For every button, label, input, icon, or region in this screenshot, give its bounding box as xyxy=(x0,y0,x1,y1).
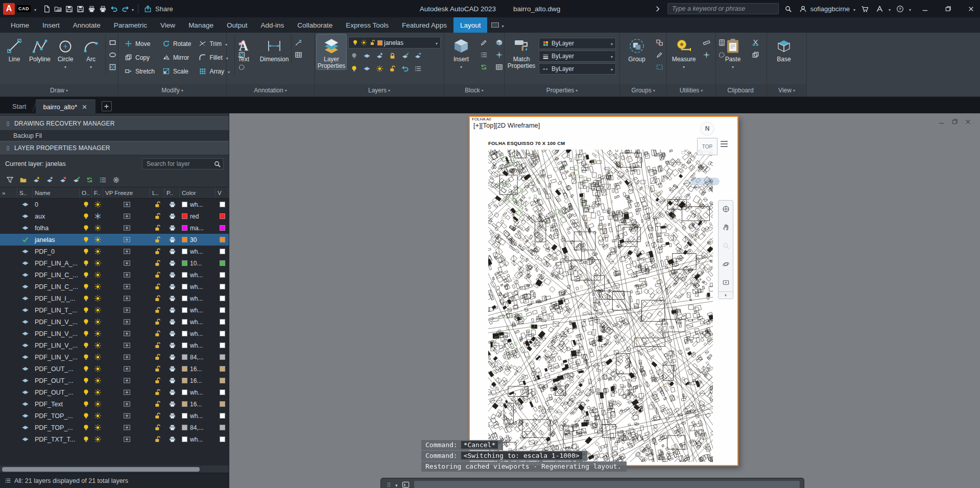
layer-on-toggle-icon[interactable] xyxy=(81,423,91,433)
block-table-icon[interactable] xyxy=(494,62,504,72)
layer-color-swatch[interactable] xyxy=(182,249,187,254)
layer-plot-icon[interactable] xyxy=(167,305,177,315)
layer-name[interactable]: PDF_LIN_C_... xyxy=(33,281,80,292)
wcs-dropdown[interactable] xyxy=(690,178,720,185)
layer-unlocked-icon[interactable] xyxy=(152,399,162,409)
viewcube-menu-icon[interactable] xyxy=(721,141,728,147)
vp-freeze-toggle-icon[interactable] xyxy=(122,258,132,269)
cart-icon[interactable] xyxy=(860,4,870,14)
search-icon[interactable] xyxy=(212,159,222,169)
layer-name[interactable]: janelas xyxy=(33,234,80,246)
vp-freeze-toggle-icon[interactable] xyxy=(122,399,132,409)
layer-search-input[interactable] xyxy=(147,160,212,167)
line-tool-button[interactable]: Line xyxy=(2,34,27,63)
layer-on-toggle-icon[interactable] xyxy=(81,294,91,304)
layer-plot-icon[interactable] xyxy=(167,223,177,233)
layer-plot-icon[interactable] xyxy=(167,399,177,409)
vp-freeze-toggle-icon[interactable] xyxy=(122,352,132,362)
layer-on-toggle-icon[interactable] xyxy=(81,411,91,421)
layer-on-toggle-icon[interactable] xyxy=(81,270,91,280)
vp-color-swatch[interactable] xyxy=(220,378,225,383)
save-icon[interactable] xyxy=(64,4,74,14)
layer-unlock-icon[interactable] xyxy=(387,63,398,74)
layer-manager-header[interactable]: LAYER PROPERTIES MANAGER xyxy=(0,141,229,155)
layer-thawed-icon[interactable] xyxy=(92,294,103,304)
layer-on-toggle-icon[interactable] xyxy=(81,387,91,398)
layer-plot-icon[interactable] xyxy=(167,376,177,386)
layer-on-toggle-icon[interactable] xyxy=(81,399,91,409)
layer-plot-icon[interactable] xyxy=(167,317,177,327)
ribbon-tab-manage[interactable]: Manage xyxy=(182,17,220,33)
layer-row-pdf-0[interactable]: PDF_0wh... xyxy=(0,246,229,257)
close-tab-icon[interactable] xyxy=(81,103,88,110)
column-header-vp-freeze[interactable]: VP Freeze xyxy=(103,187,150,198)
layer-match-icon[interactable] xyxy=(412,51,424,61)
panel-label-view[interactable]: View xyxy=(767,84,806,96)
layer-row-pdf-lin-v-[interactable]: PDF_LIN_V_...84,... xyxy=(0,351,229,363)
layer-name[interactable]: 0 xyxy=(33,199,80,210)
layer-unlocked-icon[interactable] xyxy=(152,387,162,398)
ribbon-tab-add-ins[interactable]: Add-ins xyxy=(254,17,291,33)
layer-on-toggle-icon[interactable] xyxy=(81,329,91,339)
layer-unlocked-icon[interactable] xyxy=(152,258,162,269)
base-view-button[interactable]: Base xyxy=(769,34,799,63)
layer-thawed-icon[interactable] xyxy=(92,423,103,433)
layer-thawed-icon[interactable] xyxy=(92,305,103,315)
layer-name[interactable]: folha xyxy=(33,222,80,234)
layer-color-swatch[interactable] xyxy=(182,401,187,407)
panel-label-clipboard[interactable]: Clipboard xyxy=(716,84,767,96)
account-menu[interactable]: sofiaggbcirne xyxy=(798,4,855,14)
vp-freeze-toggle-icon[interactable] xyxy=(122,376,132,386)
layer-dropdown[interactable]: janelas xyxy=(348,37,441,48)
layer-status-icon[interactable] xyxy=(20,200,30,210)
layer-row-aux[interactable]: auxred xyxy=(0,210,229,222)
zoom-icon[interactable] xyxy=(721,240,731,251)
drawing-recovery-header[interactable]: DRAWING RECOVERY MANAGER xyxy=(0,116,229,131)
chevron-right-icon[interactable] xyxy=(653,4,663,14)
layer-name[interactable]: PDF_LIN_I_... xyxy=(33,292,80,304)
column-header-name[interactable]: Name xyxy=(33,187,80,198)
insert-point-icon[interactable] xyxy=(494,50,504,60)
command-customize-icon[interactable] xyxy=(395,480,398,488)
new-tab-button[interactable] xyxy=(102,101,112,111)
layer-status-icon[interactable] xyxy=(20,364,30,374)
vp-color-swatch[interactable] xyxy=(220,354,225,360)
vp-color-swatch[interactable] xyxy=(220,425,225,430)
layer-thawed-icon[interactable] xyxy=(92,352,103,362)
doc-minimize-button[interactable] xyxy=(936,117,946,126)
layer-plot-icon[interactable] xyxy=(167,235,177,245)
navigation-bar[interactable] xyxy=(718,200,733,299)
layer-unlocked-icon[interactable] xyxy=(152,235,162,245)
id-point-icon[interactable] xyxy=(701,50,711,60)
layer-color-swatch[interactable] xyxy=(182,319,187,325)
ribbon-tab-view[interactable]: View xyxy=(154,17,182,33)
city-map-drawing[interactable] xyxy=(488,150,713,462)
layer-row-pdf-lin-t-[interactable]: PDF_LIN_T_...wh... xyxy=(0,304,229,316)
layer-thawed-icon[interactable] xyxy=(92,411,103,421)
insert-block-button[interactable]: Insert xyxy=(446,34,476,70)
cut-icon[interactable] xyxy=(750,37,760,47)
layer-row-pdf-lin-v-[interactable]: PDF_LIN_V_...wh... xyxy=(0,328,229,339)
vp-freeze-toggle-icon[interactable] xyxy=(122,387,132,398)
layer-on-toggle-icon[interactable] xyxy=(81,340,91,351)
paste-button[interactable]: Paste xyxy=(718,34,748,70)
layer-color-swatch[interactable] xyxy=(182,307,187,313)
layer-color-swatch[interactable] xyxy=(182,225,187,231)
layer-on-toggle-icon[interactable] xyxy=(81,235,91,245)
layer-row-0[interactable]: 0wh... xyxy=(0,199,229,210)
copy-clip-icon[interactable] xyxy=(750,50,760,60)
layer-unisolate-icon[interactable] xyxy=(361,63,373,74)
command-grip-icon[interactable] xyxy=(385,481,392,488)
layer-plot-icon[interactable] xyxy=(167,340,177,351)
layer-plot-icon[interactable] xyxy=(167,200,177,210)
layer-color-swatch[interactable] xyxy=(182,413,187,419)
layer-unlocked-icon[interactable] xyxy=(152,434,162,445)
ribbon-tab-insert[interactable]: Insert xyxy=(36,17,66,33)
ribbon-tab-collaborate[interactable]: Collaborate xyxy=(291,17,339,33)
circle-tool-button[interactable]: Circle xyxy=(53,34,78,70)
app-store-menu[interactable] xyxy=(875,4,891,14)
undo-icon[interactable] xyxy=(109,4,119,14)
layer-status-icon[interactable] xyxy=(20,411,30,421)
layer-name[interactable]: PDF_LIN_V_... xyxy=(33,316,80,328)
layer-on-toggle-icon[interactable] xyxy=(81,352,91,362)
